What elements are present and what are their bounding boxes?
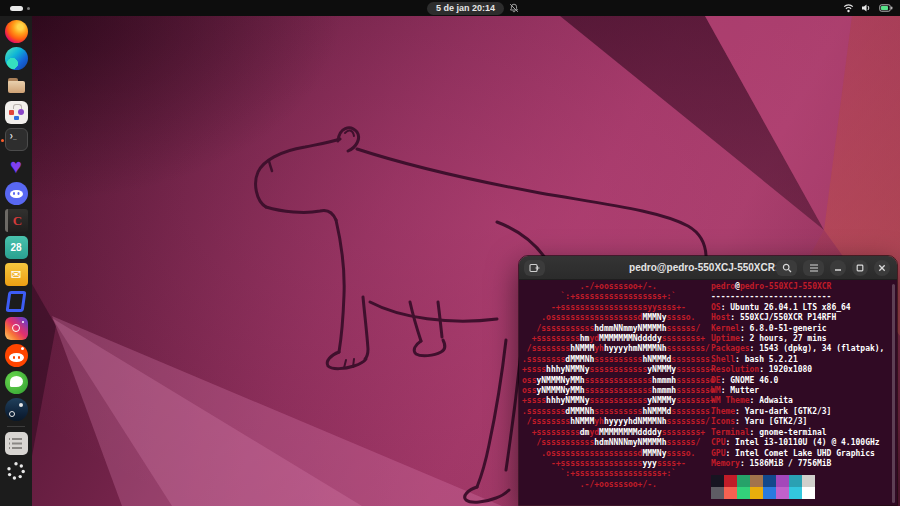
dock-item-reddit[interactable]	[0, 342, 32, 369]
dock-item-files[interactable]	[0, 72, 32, 99]
maximize-icon	[856, 264, 864, 272]
running-indicator-dot	[1, 139, 4, 142]
calendar-icon: 28	[5, 236, 28, 259]
steam-icon	[5, 398, 28, 421]
dock-item-discord[interactable]	[0, 180, 32, 207]
search-icon	[782, 263, 792, 273]
notes-list-icon	[5, 432, 28, 455]
dock-item-notes[interactable]	[0, 430, 32, 457]
book-c-icon: C	[5, 209, 28, 232]
dock-item-firefox[interactable]	[0, 18, 32, 45]
top-bar: 5 de jan 20:14	[0, 0, 900, 16]
dock-item-calendar[interactable]: 28	[0, 234, 32, 261]
dock-item-zapzap[interactable]	[0, 369, 32, 396]
menu-button[interactable]	[803, 260, 824, 276]
book-letter: C	[13, 209, 22, 232]
dock-item-office-o[interactable]	[0, 288, 32, 315]
workspace-indicator[interactable]	[10, 6, 30, 11]
dock-item-steam[interactable]	[0, 396, 32, 423]
zapzap-chat-icon	[5, 371, 28, 394]
dock-item-terminal[interactable]	[0, 126, 32, 153]
maximize-button[interactable]	[852, 260, 868, 276]
office-o-icon	[5, 290, 28, 313]
calendar-day: 28	[10, 242, 21, 253]
inactive-workspace-dot	[27, 7, 30, 10]
clock-pill[interactable]: 5 de jan 20:14	[427, 2, 504, 15]
dock-item-deezer[interactable]: ♥	[0, 153, 32, 180]
desktop-screen: 5 de jan 20:14	[0, 0, 900, 506]
neofetch-ascii-logo: .-/+oossssoo+/-. `:+ssssssssssssssssss+:…	[522, 282, 715, 490]
instagram-icon	[5, 317, 28, 340]
mail-envelope-icon: ✉	[5, 263, 28, 286]
edge-icon	[5, 47, 28, 70]
dock-item-show-apps[interactable]	[0, 457, 32, 484]
dock-separator	[7, 426, 25, 427]
terminal-color-palette	[711, 475, 884, 499]
neofetch-info: pedro@pedro-550XCJ-550XCR---------------…	[711, 282, 884, 499]
dock: ♥ C 28 ✉	[0, 16, 32, 506]
dock-item-book-c[interactable]: C	[0, 207, 32, 234]
battery-icon	[879, 3, 893, 13]
close-icon	[878, 264, 886, 272]
reddit-icon	[5, 344, 28, 367]
terminal-titlebar[interactable]: pedro@pedro-550XCJ-550XCR: ~	[519, 256, 897, 280]
terminal-app-icon	[5, 128, 28, 151]
notifications-disabled-icon	[509, 3, 519, 13]
deezer-heart-icon: ♥	[5, 155, 28, 178]
show-apps-icon	[6, 461, 26, 481]
minimize-button[interactable]	[830, 260, 846, 276]
active-workspace-pill	[10, 6, 23, 11]
volume-icon	[861, 3, 872, 13]
wifi-icon	[843, 3, 854, 13]
terminal-content[interactable]: .-/+oossssoo+/-. `:+ssssssssssssssssss+:…	[519, 280, 897, 506]
hamburger-menu-icon	[809, 264, 819, 272]
new-tab-icon	[529, 263, 540, 273]
search-button[interactable]	[776, 260, 797, 276]
dock-item-instagram[interactable]	[0, 315, 32, 342]
files-folder-icon	[5, 74, 28, 97]
minimize-icon	[834, 264, 842, 272]
close-button[interactable]	[874, 260, 890, 276]
app-center-icon	[5, 101, 28, 124]
dock-item-edge[interactable]	[0, 45, 32, 72]
new-tab-button[interactable]	[524, 260, 545, 276]
terminal-window: pedro@pedro-550XCJ-550XCR: ~	[518, 255, 898, 506]
firefox-icon	[5, 20, 28, 43]
discord-icon	[5, 182, 28, 205]
system-status-area[interactable]	[843, 0, 893, 16]
dock-item-app-center[interactable]	[0, 99, 32, 126]
dock-item-mail[interactable]: ✉	[0, 261, 32, 288]
terminal-scrollbar[interactable]	[892, 284, 895, 503]
